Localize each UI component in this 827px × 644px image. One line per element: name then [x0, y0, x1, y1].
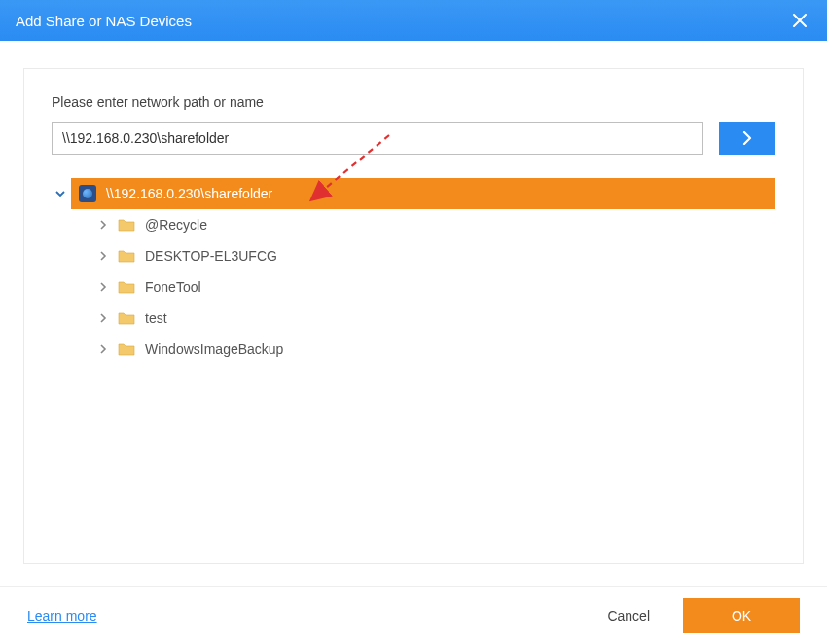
path-row [52, 122, 775, 155]
folder-icon [118, 309, 135, 327]
go-button[interactable] [719, 122, 775, 155]
chevron-right-icon[interactable] [94, 278, 112, 296]
tree-item-label: test [145, 310, 167, 326]
tree-root-label: \\192.168.0.230\sharefolder [106, 186, 272, 201]
ok-button[interactable]: OK [683, 598, 800, 633]
close-button[interactable] [788, 9, 811, 32]
folder-icon [118, 216, 135, 233]
chevron-down-icon[interactable] [52, 185, 69, 202]
cancel-button[interactable]: Cancel [592, 600, 665, 631]
tree-item[interactable]: @Recycle [90, 209, 775, 240]
tree-item[interactable]: test [90, 303, 775, 334]
folder-icon [118, 340, 135, 358]
tree-item[interactable]: FoneTool [90, 271, 775, 303]
folder-icon [118, 247, 135, 265]
tree-item-label: FoneTool [145, 279, 201, 295]
chevron-right-icon [742, 131, 752, 145]
main-panel: Please enter network path or name \\192.… [23, 68, 804, 564]
prompt-label: Please enter network path or name [52, 94, 775, 110]
tree-root[interactable]: \\192.168.0.230\sharefolder [71, 178, 775, 209]
tree-item-label: DESKTOP-EL3UFCG [145, 248, 277, 264]
close-icon [793, 14, 807, 27]
tree-item-label: WindowsImageBackup [145, 341, 283, 357]
dialog-title: Add Share or NAS Devices [16, 13, 788, 29]
network-share-icon [79, 185, 96, 202]
footer: Learn more Cancel OK [0, 586, 827, 644]
network-path-input[interactable] [52, 122, 703, 155]
chevron-right-icon[interactable] [94, 216, 112, 233]
folder-tree: \\192.168.0.230\sharefolder @Recycle [52, 178, 775, 365]
learn-more-link[interactable]: Learn more [27, 608, 97, 624]
titlebar: Add Share or NAS Devices [0, 0, 827, 41]
folder-icon [118, 278, 135, 296]
add-share-nas-dialog: Add Share or NAS Devices Please enter ne… [0, 0, 827, 644]
tree-item[interactable]: DESKTOP-EL3UFCG [90, 240, 775, 271]
content-area: Please enter network path or name \\192.… [0, 41, 827, 586]
tree-item[interactable]: WindowsImageBackup [90, 334, 775, 365]
chevron-right-icon[interactable] [94, 340, 112, 358]
chevron-right-icon[interactable] [94, 309, 112, 327]
tree-item-label: @Recycle [145, 217, 207, 233]
chevron-right-icon[interactable] [94, 247, 112, 265]
